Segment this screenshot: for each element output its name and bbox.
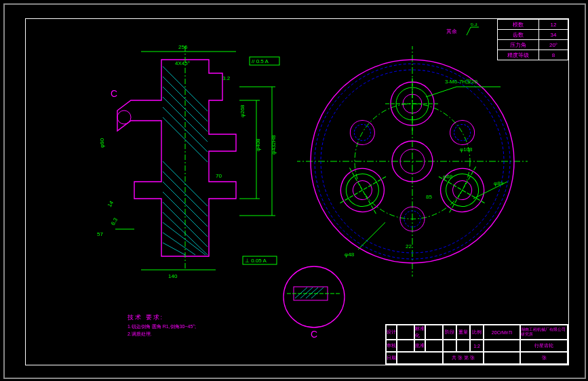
dim-text: φ268 [239, 104, 246, 117]
svg-line-63 [295, 287, 307, 298]
dim-text: 22 [406, 243, 412, 249]
tb-des: 设计 [386, 325, 397, 340]
param-label: 模数 [498, 20, 539, 30]
svg-point-51 [446, 116, 479, 149]
tech-requirements: 技术 要求: 1.锐边倒角 圆角 R1,倒角30~45°; 2.调质处理. [128, 313, 196, 338]
tb-company: 湖南工程机械厂有限公司研究所 [520, 325, 568, 340]
dim-text: 70 [216, 173, 222, 179]
drawing-sheet: 模数12 齿数34 压力角20° 精度等级8 [25, 18, 569, 365]
dim-text: 85 [426, 194, 432, 200]
svg-line-65 [306, 287, 318, 298]
table-row: 齿数34 [498, 30, 568, 40]
param-label: 齿数 [498, 30, 539, 40]
svg-point-16 [117, 111, 131, 124]
section-marker: C [111, 88, 117, 99]
tb-scale: 比例 [470, 325, 484, 340]
dim-text: φ408 [255, 138, 261, 151]
tb-weight: 重量 [456, 325, 470, 340]
note-text: 3-M6-7H深20 [445, 79, 478, 85]
svg-point-52 [451, 121, 473, 144]
tb-sheet: 共 张 第 张 [443, 352, 484, 364]
dim-text: φ108 [460, 146, 473, 153]
title-block: 设计 标准化 阶段 重量 比例 20CrMnTi 湖南工程机械厂有限公司研究所 … [385, 324, 568, 365]
param-value: 20° [539, 40, 568, 50]
left-section-view: 256 4X45° // 0.5 A ⊥ 0.05 A C φ408 φ432H… [73, 39, 290, 290]
gdt-frame: ⊥ 0.05 A [245, 258, 267, 264]
param-value: 8 [539, 50, 568, 60]
dim-text: 4X45° [175, 60, 190, 66]
dim-text: φ432H8 [271, 135, 277, 155]
tb-std: 标准化 [414, 325, 425, 340]
tb-page: 张 [520, 352, 568, 364]
dim-text: φ90 [99, 138, 105, 148]
tb-material: 20CrMnTi [484, 325, 520, 340]
right-front-view: 3-M6-7H深20 φ89 φ68 φ108 φ48 22 85 [297, 46, 528, 277]
dim-text: 140 [168, 273, 178, 279]
rough-value: 6.3 [471, 23, 477, 26]
gdt-frame: // 0.5 A [252, 58, 269, 64]
tech-line: 1.锐边倒角 圆角 R1,倒角30~45°; [128, 323, 196, 330]
dim-text: 6.3 [110, 216, 119, 226]
svg-line-11 [163, 202, 208, 247]
tech-line: 2.调质处理. [128, 330, 196, 338]
tb-partname: 行星齿轮 [520, 340, 568, 352]
default-roughness: 其余 6.3 [446, 23, 487, 43]
svg-line-12 [163, 212, 208, 255]
tb-date: 日期 [386, 352, 397, 364]
svg-line-60 [358, 222, 385, 249]
dim-text: 3.2 [222, 75, 231, 81]
section-marker: C [311, 329, 317, 340]
svg-line-15 [163, 243, 185, 255]
tech-header: 技术 要求: [128, 313, 196, 322]
tb-chk: 审核 [386, 340, 397, 352]
svg-line-66 [311, 287, 324, 298]
dim-text: φ89 [494, 180, 504, 186]
svg-point-61 [283, 266, 345, 327]
window-frame: 模数12 齿数34 压力角20° 精度等级8 [3, 3, 586, 379]
detail-c-view: C [277, 263, 358, 344]
tb-scaleval: 1:2 [470, 340, 484, 352]
dim-text: φ48 [345, 252, 355, 258]
dim-text: 57 [97, 231, 103, 237]
other-label: 其余 [446, 28, 457, 35]
param-value: 12 [539, 20, 568, 30]
tb-app: 批准 [414, 340, 425, 352]
tb-stage: 阶段 [443, 325, 456, 340]
dim-text: φ68 [443, 174, 453, 180]
svg-line-64 [300, 287, 313, 298]
dim-text: 14 [106, 199, 115, 208]
dim-text: 256 [178, 44, 188, 50]
table-row: 模数12 [498, 20, 568, 30]
param-value: 34 [539, 30, 568, 40]
